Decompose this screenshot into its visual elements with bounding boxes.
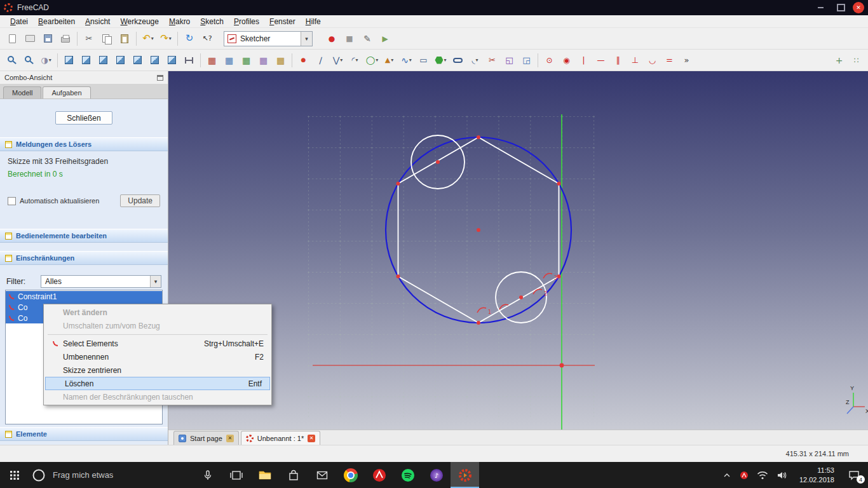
volume-icon[interactable] <box>776 471 788 480</box>
schliessen-button[interactable]: Schließen <box>55 111 112 125</box>
file-explorer-button[interactable] <box>250 462 279 488</box>
float-panel-icon[interactable] <box>157 75 163 81</box>
fit-all-button[interactable] <box>3 51 20 69</box>
redo-button[interactable]: ↷▾ <box>157 30 175 47</box>
create-rectangle-button[interactable]: ▭ <box>415 51 432 69</box>
view-top-button[interactable] <box>95 51 112 69</box>
open-file-button[interactable] <box>21 30 39 47</box>
chrome-button[interactable] <box>336 462 365 488</box>
3d-viewport[interactable]: 1 2 3 <box>168 71 868 430</box>
menu-sketch[interactable]: Sketch <box>195 16 229 27</box>
map-sketch-button[interactable]: ▦ <box>238 51 255 69</box>
view-front-button[interactable] <box>78 51 95 69</box>
stop-macro-button[interactable]: ■ <box>341 30 358 47</box>
print-button[interactable] <box>57 30 74 47</box>
auto-update-checkbox[interactable] <box>8 197 16 205</box>
wifi-icon[interactable] <box>757 471 768 480</box>
view-bottom-button[interactable] <box>146 51 163 69</box>
tab-modell[interactable]: Modell <box>3 86 41 98</box>
menu-item-select-elements[interactable]: Select Elements Strg+Umschalt+E <box>44 337 271 350</box>
create-circle-button[interactable]: ◯▾ <box>363 51 381 69</box>
constrain-point-on-object-button[interactable]: ◉ <box>558 51 575 69</box>
mail-button[interactable] <box>308 462 336 488</box>
external-geometry-button[interactable]: ◱ <box>501 51 518 69</box>
edit-controls-header[interactable]: Bedienelemente bearbeiten <box>0 229 168 243</box>
update-button[interactable]: Update <box>120 194 160 207</box>
start-button[interactable] <box>0 462 29 488</box>
filter-dropdown[interactable]: Alles <box>41 275 161 288</box>
task-view-button[interactable] <box>222 462 250 488</box>
menu-makro[interactable]: Makro <box>164 16 195 27</box>
cortana-search[interactable]: Frag mich etwas <box>29 462 193 488</box>
create-line-button[interactable]: ∕ <box>312 51 329 69</box>
menu-werkzeuge[interactable]: Werkzeuge <box>115 16 163 27</box>
menu-item-skizze-zentrieren[interactable]: Skizze zentrieren <box>44 363 271 377</box>
maximize-button[interactable] <box>832 1 849 14</box>
zoom-selection-button[interactable] <box>20 51 37 69</box>
close-button[interactable] <box>853 2 864 13</box>
constrain-horizontal-button[interactable]: — <box>592 51 609 69</box>
leave-sketch-button[interactable]: ▦ <box>203 51 220 69</box>
view-left-button[interactable] <box>163 51 180 69</box>
menu-ansicht[interactable]: Ansicht <box>80 16 115 27</box>
undo-button[interactable]: ↶▾ <box>139 30 157 47</box>
validate-sketch-button[interactable]: ▦ <box>272 51 289 69</box>
create-slot-button[interactable] <box>449 51 466 69</box>
create-fillet-button[interactable]: ◟▾ <box>466 51 484 69</box>
constraints-header[interactable]: Einschränkungen <box>0 251 168 265</box>
create-arc-button[interactable]: ◜▾ <box>346 51 363 69</box>
create-bspline-button[interactable]: ∿▾ <box>398 51 415 69</box>
solver-messages-header[interactable]: Meldungen des Lösers <box>0 137 168 151</box>
cut-button[interactable]: ✂ <box>80 30 98 47</box>
reorient-sketch-button[interactable]: ▦ <box>255 51 272 69</box>
debug-macro-button[interactable]: ▶ <box>376 30 394 47</box>
create-polygon-button[interactable]: ▾ <box>432 51 449 69</box>
tab-aufgaben[interactable]: Aufgaben <box>43 86 90 98</box>
avira-button[interactable] <box>365 462 393 488</box>
toggle-snap-button[interactable]: ∷ <box>848 51 865 69</box>
tab-unbenannt[interactable]: Unbenannt : 1* <box>241 431 320 445</box>
view-rear-button[interactable] <box>129 51 146 69</box>
menu-item-umbenennen[interactable]: Umbenennen F2 <box>44 350 271 363</box>
create-point-button[interactable]: ● <box>295 51 312 69</box>
view-right-button[interactable] <box>112 51 129 69</box>
freecad-taskbar-button[interactable] <box>451 462 479 488</box>
trim-edge-button[interactable]: ✂ <box>484 51 501 69</box>
toggle-grid-button[interactable]: + <box>831 51 848 69</box>
constrain-coincident-button[interactable]: ⊙ <box>541 51 558 69</box>
constrain-perpendicular-button[interactable]: ⊥ <box>627 51 644 69</box>
microphone-button[interactable] <box>193 462 222 488</box>
menu-fenster[interactable]: Fenster <box>264 16 301 27</box>
draw-style-button[interactable]: ◑▾ <box>37 51 55 69</box>
copy-button[interactable] <box>98 30 116 47</box>
tray-expand-icon[interactable] <box>722 471 731 480</box>
view-axonometric-button[interactable] <box>60 51 78 69</box>
menu-bearbeiten[interactable]: Bearbeiten <box>33 16 80 27</box>
menu-datei[interactable]: Datei <box>5 16 33 27</box>
menu-hilfe[interactable]: Hilfe <box>301 16 326 27</box>
constrain-vertical-button[interactable]: | <box>575 51 592 69</box>
elements-header[interactable]: Elemente <box>0 427 168 441</box>
constrain-equal-button[interactable]: = <box>661 51 678 69</box>
taskbar-clock[interactable]: 11:53 12.02.2018 <box>794 466 840 484</box>
paste-button[interactable] <box>116 30 133 47</box>
media-player-button[interactable]: ♪ <box>422 462 451 488</box>
close-tab-icon[interactable] <box>226 435 234 442</box>
store-button[interactable] <box>279 462 308 488</box>
menu-profiles[interactable]: Profiles <box>229 16 264 27</box>
spotify-button[interactable] <box>393 462 422 488</box>
constrain-parallel-button[interactable]: ∥ <box>609 51 627 69</box>
create-conic-button[interactable]: ▲▾ <box>381 51 398 69</box>
dropdown-arrow-icon[interactable] <box>150 276 161 287</box>
new-file-button[interactable] <box>3 30 21 47</box>
close-tab-icon[interactable] <box>308 435 315 442</box>
constraint-list-item[interactable]: Constraint1 <box>6 291 162 302</box>
view-sketch-button[interactable]: ▦ <box>220 51 238 69</box>
save-button[interactable] <box>39 30 57 47</box>
minimize-button[interactable] <box>812 1 829 14</box>
avira-tray-icon[interactable] <box>740 471 749 480</box>
whats-this-button[interactable]: ↖? <box>198 30 216 47</box>
measure-distance-button[interactable] <box>180 51 198 69</box>
tab-start-page[interactable]: Start page <box>173 431 239 445</box>
carbon-copy-button[interactable]: ◲ <box>518 51 535 69</box>
